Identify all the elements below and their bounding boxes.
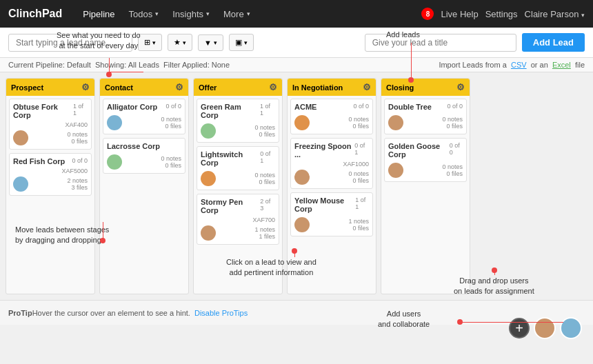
nav-insights[interactable]: Insights ▾ [165,0,217,28]
todos-caret: ▾ [155,10,159,17]
lead-meta1: 0 of 0 [353,103,369,110]
lead-avatar [388,163,403,178]
lead-name: Green Ram Corp [201,103,260,119]
col-header-offer: Offer⚙ [194,79,282,96]
lead-card[interactable]: Green Ram Corp 1 of 1 0 notes 0 files [197,99,279,143]
col-gear-negotiation[interactable]: ⚙ [363,82,371,92]
protip-label: ProTip [8,309,32,317]
lead-avatar [294,217,310,232]
lead-meta2: XAF5000 [13,168,88,174]
lead-avatar [13,130,28,145]
nav-more[interactable]: More ▾ [217,0,257,28]
lead-files: 0 files [442,170,463,177]
lead-avatar [201,171,216,186]
lead-name: Lacrosse Corp [107,142,160,150]
lead-avatar [294,115,310,130]
lead-name: Golden Goose Corp [388,142,450,159]
lead-meta1: 1 of 1 [73,103,88,117]
lead-card[interactable]: Golden Goose Corp 0 of 0 0 notes 0 files [384,138,467,182]
lead-meta1: 0 of 1 [354,142,369,156]
lead-card[interactable]: Lacrosse Corp 0 notes 0 files [103,138,185,174]
lead-notes: 0 notes [254,124,275,131]
user-avatar-1[interactable] [534,317,556,339]
nav-user[interactable]: Claire Parson ▾ [525,9,585,19]
lead-card[interactable]: ACME 0 of 0 0 notes 0 files [290,99,373,134]
col-header-contact: Contact⚙ [100,79,188,96]
col-header-closing: Closing⚙ [381,79,470,96]
col-body-prospect: Obtuse Fork Corp 1 of 1 XAF400 0 notes 0… [6,96,94,294]
lead-notes: 0 notes [442,163,463,170]
lead-card[interactable]: Freezing Spoon ... 0 of 1 XAF1000 0 note… [290,138,373,189]
nav-pipeline[interactable]: Pipeline [76,0,121,28]
view-toggle-btn[interactable]: ⊞ ▾ [138,34,162,51]
navbar-right: 8 Live Help Settings Claire Parson ▾ [421,8,585,20]
lead-card[interactable]: Obtuse Fork Corp 1 of 1 XAF400 0 notes 0… [9,99,92,150]
col-gear-closing[interactable]: ⚙ [456,82,465,92]
add-user-button[interactable]: + [509,318,530,338]
lead-card[interactable]: Double Tree 0 of 0 0 notes 0 files [384,99,467,134]
add-lead-input[interactable] [365,34,516,52]
lead-name: Obtuse Fork Corp [13,103,73,119]
pipeline-area: Prospect⚙ Obtuse Fork Corp 1 of 1 XAF400… [0,72,593,300]
col-header-negotiation: In Negotiation⚙ [288,79,376,96]
lead-notes: 1 notes [348,218,369,225]
lead-meta1: 0 of 0 [447,103,463,110]
lead-meta1: 0 of 0 [72,157,88,164]
col-gear-prospect[interactable]: ⚙ [81,82,90,92]
lead-name: Yellow Mouse Corp [294,196,355,213]
lead-name: Lightswitch Corp [201,150,260,167]
pipeline-column-contact: Contact⚙ Alligator Corp 0 of 0 0 notes 0… [99,78,189,294]
disable-protips-link[interactable]: Disable ProTips [194,309,248,317]
lead-files: 0 files [348,225,369,232]
display-btn[interactable]: ▣ ▾ [229,34,254,51]
users-area: + [509,317,582,339]
col-body-contact: Alligator Corp 0 of 0 0 notes 0 files La… [100,96,188,294]
col-gear-offer[interactable]: ⚙ [269,82,277,92]
lead-meta1: 0 of 1 [260,150,275,164]
lead-notes: 0 notes [442,116,463,123]
lead-files: 0 files [161,162,181,169]
nav-todos[interactable]: Todos ▾ [122,0,166,28]
filter-btn[interactable]: ▼ ▾ [198,34,223,51]
lead-name: Stormy Pen Corp [201,198,260,214]
lead-card[interactable]: Red Fish Corp 0 of 0 XAF5000 2 notes 3 f… [9,153,92,196]
col-body-negotiation: ACME 0 of 0 0 notes 0 files Freezing Spo… [288,96,376,294]
lead-card[interactable]: Yellow Mouse Corp 1 of 1 1 notes 0 files [290,192,373,236]
sort-btn[interactable]: ★ ▾ [168,34,192,51]
pipeline-column-closing: Closing⚙ Double Tree 0 of 0 0 notes 0 fi… [381,78,470,294]
col-title-closing: Closing [386,83,414,92]
search-input[interactable] [8,34,132,52]
lead-avatar [13,176,28,192]
nav-live-help[interactable]: Live Help [441,9,478,19]
csv-link[interactable]: CSV [511,61,527,69]
lead-notes: 1 notes [254,226,275,233]
lead-avatar [294,170,310,185]
lead-avatar [201,123,216,139]
protip-text: Hover the cursor over an element to see … [32,309,190,317]
lead-files: 1 files [254,233,275,240]
lead-card[interactable]: Lightswitch Corp 0 of 1 0 notes 0 files [197,146,279,190]
notification-badge[interactable]: 8 [421,8,434,20]
nav-settings[interactable]: Settings [485,9,518,19]
excel-link[interactable]: Excel [552,61,571,69]
col-title-contact: Contact [105,83,133,92]
lead-files: 0 files [254,131,275,138]
lead-avatar [107,115,122,130]
lead-files: 0 files [442,123,463,130]
lead-card[interactable]: Alligator Corp 0 of 0 0 notes 0 files [103,99,185,134]
toolbar: ⊞ ▾ ★ ▾ ▼ ▾ ▣ ▾ Add Lead [0,28,593,58]
brand-logo[interactable]: ClinchPad [8,8,62,20]
user-avatar-2[interactable] [560,317,582,339]
col-gear-contact[interactable]: ⚙ [175,82,183,92]
lead-name: Red Fish Corp [13,157,65,165]
lead-name: Double Tree [388,103,432,111]
col-title-negotiation: In Negotiation [292,83,343,92]
lead-avatar [388,115,403,130]
lead-notes: 0 notes [254,172,275,179]
navbar: ClinchPad Pipeline Todos ▾ Insights ▾ Mo… [0,0,593,28]
lead-name: Alligator Corp [107,103,157,111]
lead-card[interactable]: Stormy Pen Corp 2 of 3 XAF700 1 notes 1 … [197,194,279,245]
add-lead-button[interactable]: Add Lead [522,33,585,52]
lead-notes: 0 notes [348,116,369,123]
pipeline-column-negotiation: In Negotiation⚙ ACME 0 of 0 0 notes 0 fi… [287,78,376,294]
